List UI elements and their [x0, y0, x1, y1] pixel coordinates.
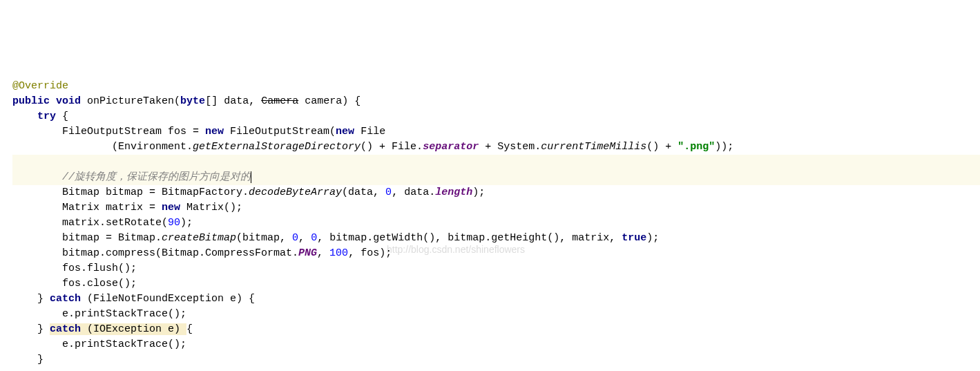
- code-text: (data,: [342, 187, 385, 198]
- comment-rotate: //旋转角度，保证保存的图片方向是对的: [62, 171, 251, 183]
- field-separator: separator: [423, 141, 479, 153]
- code-block: http://blog.csdn.net/shineflowers@Overri…: [0, 61, 980, 371]
- param-data: [] data,: [205, 95, 261, 107]
- kw-void: void: [56, 95, 81, 107]
- method-name: onPictureTaken: [87, 95, 174, 107]
- highlighted-span: catch (IOException e): [50, 323, 186, 335]
- code-text: );: [472, 187, 485, 198]
- type-camera: Camera: [261, 95, 298, 107]
- code-text: Matrix();: [180, 202, 242, 213]
- number-literal: 90: [168, 217, 180, 229]
- static-method: currentTimeMillis: [541, 141, 646, 153]
- static-method: createBitmap: [162, 232, 236, 244]
- static-method: getExternalStorageDirectory: [193, 141, 361, 153]
- code-text: FileOutputStream(: [224, 126, 336, 137]
- code-text: File: [354, 126, 385, 137]
- code-text: (IOException e): [81, 323, 186, 335]
- brace: {: [56, 111, 68, 122]
- code-text: e.printStackTrace();: [62, 308, 186, 320]
- code-text: , fos);: [348, 247, 392, 259]
- code-text: e.printStackTrace();: [62, 339, 186, 350]
- brace: }: [37, 354, 44, 365]
- static-method: decodeByteArray: [249, 187, 342, 198]
- kw-new: new: [205, 126, 224, 137]
- code-text: bitmap = Bitmap.: [62, 232, 162, 244]
- code-text: (bitmap,: [236, 232, 292, 244]
- code-text: ,: [317, 247, 329, 259]
- code-text: () +: [646, 141, 678, 153]
- code-text: {: [186, 323, 193, 335]
- kw-new: new: [336, 126, 354, 137]
- kw-try: try: [37, 111, 56, 122]
- code-text: );: [646, 232, 659, 244]
- code-text: (Environment.: [112, 141, 193, 153]
- number-literal: 0: [385, 187, 392, 198]
- code-text: , data.: [392, 187, 435, 198]
- number-literal: 100: [329, 247, 348, 259]
- highlighted-line: //旋转角度，保证保存的图片方向是对的: [12, 155, 980, 185]
- code-text: () + File.: [361, 141, 423, 153]
- code-text: + System.: [479, 141, 541, 153]
- number-literal: 0: [311, 232, 317, 244]
- code-text: }: [37, 293, 50, 305]
- kw-catch: catch: [50, 293, 81, 305]
- param-camera: camera) {: [298, 95, 361, 107]
- field-png: PNG: [298, 247, 317, 259]
- code-text: fos.close();: [62, 278, 137, 289]
- code-text: Bitmap bitmap = BitmapFactory.: [62, 187, 249, 198]
- code-text: ,: [298, 232, 311, 244]
- code-text: }: [37, 323, 50, 335]
- field-length: length: [435, 187, 472, 198]
- code-text: bitmap.compress(Bitmap.CompressFormat.: [62, 247, 298, 259]
- code-text: , bitmap.getWidth(), bitmap.getHeight(),…: [317, 232, 622, 244]
- kw-true: true: [622, 232, 646, 244]
- kw-byte: byte: [180, 95, 205, 107]
- code-text: ));: [715, 141, 733, 153]
- code-text: fos.flush();: [62, 263, 137, 274]
- code-text: matrix.setRotate(: [62, 217, 168, 229]
- code-text: FileOutputStream fos =: [62, 126, 205, 137]
- text-caret: [251, 171, 251, 183]
- code-text: );: [180, 217, 193, 229]
- code-text: (FileNotFoundException e) {: [81, 293, 255, 305]
- kw-catch: catch: [50, 323, 81, 335]
- kw-new: new: [162, 202, 180, 213]
- annotation-override: @Override: [12, 80, 68, 92]
- kw-public: public: [12, 95, 50, 107]
- watermark: http://blog.csdn.net/shineflowers: [387, 242, 525, 257]
- number-literal: 0: [292, 232, 298, 244]
- string-literal: ".png": [678, 141, 715, 153]
- code-text: Matrix matrix =: [62, 202, 162, 213]
